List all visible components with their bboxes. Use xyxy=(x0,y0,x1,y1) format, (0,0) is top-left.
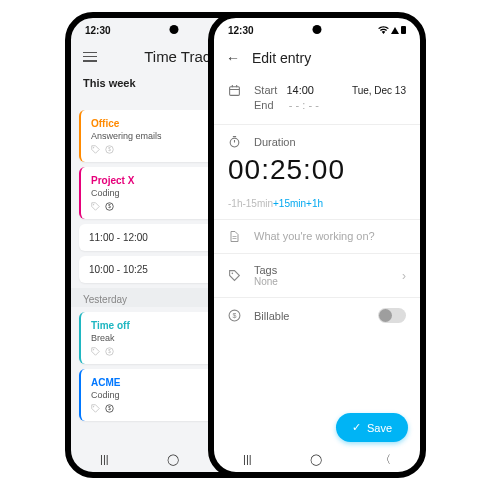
billable-toggle[interactable] xyxy=(378,308,406,323)
svg-text:$: $ xyxy=(108,204,111,209)
back-arrow-icon[interactable]: ← xyxy=(226,50,240,66)
chevron-right-icon: › xyxy=(402,269,406,283)
svg-point-19 xyxy=(230,138,239,147)
tags-label: Tags xyxy=(254,264,390,276)
tag-icon xyxy=(91,145,100,154)
android-navbar: ||| ◯ 〈 xyxy=(214,450,420,468)
end-label: End xyxy=(254,99,274,111)
nav-back-icon[interactable]: 〈 xyxy=(380,452,391,467)
svg-point-6 xyxy=(93,204,94,205)
right-header: ← Edit entry xyxy=(214,42,420,74)
signal-icon xyxy=(391,27,399,34)
svg-point-24 xyxy=(232,273,234,275)
svg-text:$: $ xyxy=(108,349,111,354)
duration-value[interactable]: 00:25:00 xyxy=(228,154,345,186)
start-label: Start xyxy=(254,84,277,96)
document-icon xyxy=(228,230,240,243)
duration-label: Duration xyxy=(254,136,296,148)
start-date[interactable]: Tue, Dec 13 xyxy=(352,85,406,96)
svg-text:$: $ xyxy=(108,147,111,152)
start-time[interactable]: 14:00 xyxy=(286,84,314,96)
svg-text:$: $ xyxy=(108,406,111,411)
svg-text:$: $ xyxy=(233,312,237,319)
phone-right-frame: 12:30 ← Edit entry Start 14:00 Tue, Dec … xyxy=(208,12,426,478)
save-button[interactable]: ✓ Save xyxy=(336,413,408,442)
tag-icon xyxy=(91,202,100,211)
duration-row: Duration 00:25:00 -1h -15min +15min +1h xyxy=(214,125,420,219)
nav-home-icon[interactable]: ◯ xyxy=(167,453,179,466)
status-time: 12:30 xyxy=(228,25,254,36)
dollar-icon: $ xyxy=(105,145,114,154)
svg-point-3 xyxy=(93,147,94,148)
nav-recent-icon[interactable]: ||| xyxy=(100,453,109,465)
tags-value: None xyxy=(254,276,390,287)
tags-row[interactable]: Tags None › xyxy=(214,254,420,297)
billable-label: Billable xyxy=(254,310,366,322)
svg-point-9 xyxy=(93,349,94,350)
dollar-icon: $ xyxy=(105,404,114,413)
end-time[interactable]: - - : - - xyxy=(289,99,319,111)
camera-notch xyxy=(313,25,322,34)
calendar-icon xyxy=(228,84,241,97)
plus-1h-button[interactable]: +1h xyxy=(306,198,323,209)
tag-icon xyxy=(91,347,100,356)
svg-rect-15 xyxy=(230,87,240,96)
tag-icon xyxy=(228,269,241,282)
save-label: Save xyxy=(367,422,392,434)
nav-home-icon[interactable]: ◯ xyxy=(310,453,322,466)
battery-icon xyxy=(401,26,406,34)
hamburger-icon[interactable] xyxy=(83,52,97,62)
camera-notch xyxy=(170,25,179,34)
tag-icon xyxy=(91,404,100,413)
wifi-icon xyxy=(378,26,389,34)
dollar-icon: $ xyxy=(228,309,241,322)
dollar-icon: $ xyxy=(105,347,114,356)
start-end-row: Start 14:00 Tue, Dec 13 End - - : - - xyxy=(214,74,420,124)
page-title: Edit entry xyxy=(252,50,311,66)
description-input[interactable]: What you're working on? xyxy=(254,230,375,242)
toggle-knob xyxy=(379,309,392,322)
stopwatch-icon xyxy=(228,135,241,148)
description-row[interactable]: What you're working on? xyxy=(214,220,420,253)
check-icon: ✓ xyxy=(352,421,361,434)
nav-recent-icon[interactable]: ||| xyxy=(243,453,252,465)
status-time: 12:30 xyxy=(85,25,111,36)
billable-row: $ Billable xyxy=(214,298,420,333)
svg-point-12 xyxy=(93,406,94,407)
plus-15min-button[interactable]: +15min xyxy=(273,198,306,209)
minus-1h-button[interactable]: -1h xyxy=(228,198,242,209)
dollar-icon: $ xyxy=(105,202,114,211)
minus-15min-button[interactable]: -15min xyxy=(242,198,273,209)
